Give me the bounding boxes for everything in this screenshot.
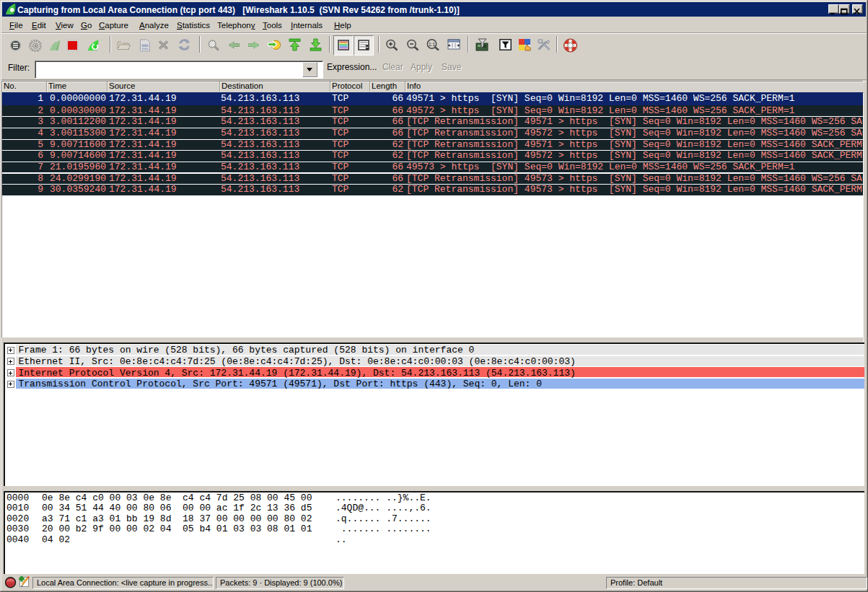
- svg-text:1:1: 1:1: [429, 41, 435, 46]
